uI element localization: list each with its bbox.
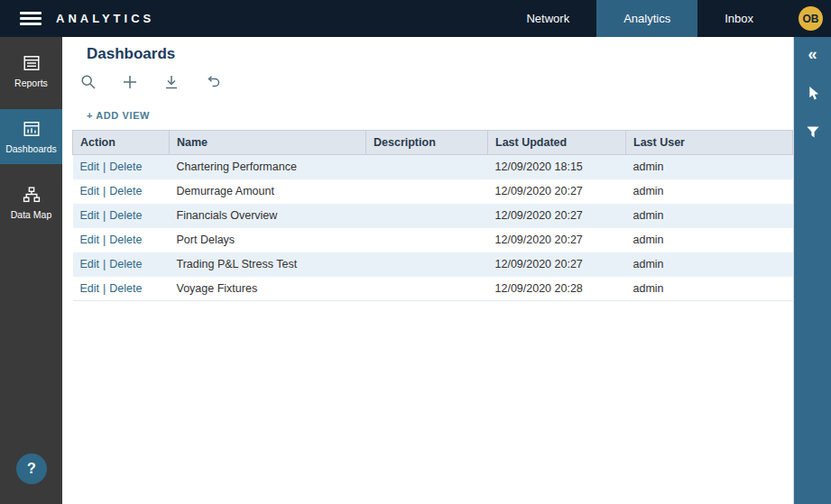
delete-link[interactable]: Delete [109,209,142,222]
last-updated-cell: 12/09/2020 18:15 [488,155,626,179]
last-updated-cell: 12/09/2020 20:27 [488,204,626,228]
column-header-last-updated: Last Updated [488,131,626,155]
edit-link[interactable]: Edit [80,209,100,222]
filter-icon[interactable] [803,122,823,142]
delete-link[interactable]: Delete [109,160,142,173]
avatar[interactable]: OB [799,6,823,31]
table-row: Edit|Delete Voyage Fixtures 12/09/2020 2… [73,277,793,301]
delete-link[interactable]: Delete [109,234,142,246]
last-user-cell: admin [626,277,793,301]
action-separator: | [103,258,106,270]
last-user-cell: admin [626,179,793,204]
column-header-name: Name [170,131,366,155]
edit-link[interactable]: Edit [80,185,100,197]
delete-link[interactable]: Delete [109,258,142,270]
table-row: Edit|Delete Port Delays 12/09/2020 20:27… [73,228,793,252]
edit-link[interactable]: Edit [80,258,100,270]
name-cell: Voyage Fixtures [170,277,366,301]
description-cell [366,155,488,179]
name-cell: Port Delays [170,228,366,252]
left-sidebar: Reports Dashboards [0,37,62,504]
topbar-spacer [154,0,499,37]
table-row: Edit|Delete Financials Overview 12/09/20… [73,204,793,228]
page-title: Dashboards [87,45,793,63]
action-cell: Edit|Delete [73,252,170,277]
dashboards-icon [23,120,41,138]
last-updated-cell: 12/09/2020 20:28 [488,277,626,301]
reports-icon [23,54,41,72]
sidebar-item-label: Data Map [11,209,52,220]
sidebar-item-reports[interactable]: Reports [0,43,62,98]
column-header-action: Action [73,131,170,155]
action-cell: Edit|Delete [73,155,170,179]
help-button[interactable]: ? [16,454,47,484]
edit-link[interactable]: Edit [80,234,100,246]
download-icon[interactable] [162,73,180,91]
toolbar [79,73,793,91]
description-cell [366,228,488,252]
data-map-icon [23,186,41,204]
last-user-cell: admin [626,155,793,179]
sidebar-item-label: Dashboards [5,143,57,154]
topbar: ANALYTICS Network Analytics Inbox OB [0,0,831,37]
edit-link[interactable]: Edit [80,282,100,295]
delete-link[interactable]: Delete [109,185,142,197]
add-view-button[interactable]: + ADD VIEW [87,110,150,121]
action-separator: | [103,209,106,222]
delete-link[interactable]: Delete [109,282,142,295]
collapse-icon[interactable]: « [803,44,823,64]
hamburger-menu-icon[interactable] [20,12,42,25]
pointer-icon[interactable] [803,83,823,103]
add-icon[interactable] [121,73,139,91]
last-updated-cell: 12/09/2020 20:27 [488,179,626,204]
action-cell: Edit|Delete [73,179,170,204]
name-cell: Financials Overview [170,204,366,228]
reset-icon[interactable] [204,73,222,91]
table-row: Edit|Delete Trading P&L Stress Test 12/0… [73,252,793,277]
last-updated-cell: 12/09/2020 20:27 [488,228,626,252]
action-cell: Edit|Delete [73,228,170,252]
action-cell: Edit|Delete [73,204,170,228]
action-separator: | [103,234,106,246]
main-content: Dashboards [62,37,794,504]
description-cell [366,204,488,228]
last-user-cell: admin [626,252,793,277]
sidebar-item-data-map[interactable]: Data Map [0,175,62,230]
table-row: Edit|Delete Chartering Performance 12/09… [73,155,793,179]
description-cell [366,179,488,204]
sidebar-item-label: Reports [14,78,48,88]
tab-analytics[interactable]: Analytics [596,0,697,37]
action-separator: | [103,185,106,197]
tab-inbox[interactable]: Inbox [697,0,780,37]
tab-network[interactable]: Network [499,0,596,37]
name-cell: Demurrage Amount [170,179,366,204]
action-separator: | [103,282,106,295]
search-icon[interactable] [79,73,97,91]
column-header-last-user: Last User [626,131,793,155]
column-header-description: Description [366,131,488,155]
last-user-cell: admin [626,204,793,228]
table-row: Edit|Delete Demurrage Amount 12/09/2020 … [73,179,793,204]
name-cell: Chartering Performance [170,155,366,179]
last-user-cell: admin [626,228,793,252]
last-updated-cell: 12/09/2020 20:27 [488,252,626,277]
action-cell: Edit|Delete [73,277,170,301]
description-cell [366,277,488,301]
table-header-row: Action Name Description Last Updated Las… [73,131,793,155]
edit-link[interactable]: Edit [80,160,100,173]
name-cell: Trading P&L Stress Test [170,252,366,277]
description-cell [366,252,488,277]
right-sidebar: « [794,37,831,504]
sidebar-item-dashboards[interactable]: Dashboards [0,109,62,164]
action-separator: | [103,160,106,173]
app-title: ANALYTICS [56,12,154,25]
dashboards-table: Action Name Description Last Updated Las… [72,130,793,301]
